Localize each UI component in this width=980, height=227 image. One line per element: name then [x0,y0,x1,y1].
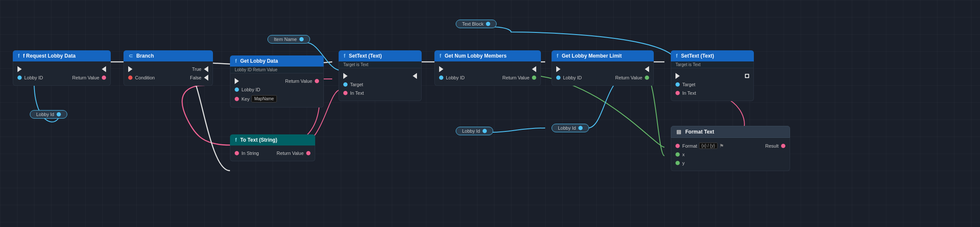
exec-in-pin[interactable] [17,66,22,72]
st1-intext-label: In Text [350,90,364,96]
format-label: Format [682,143,697,148]
st2-target-label: Target [682,82,695,87]
lobby-id-pill-pin-1[interactable] [57,112,61,116]
text-block-pin[interactable] [486,22,490,26]
gll-return-pin[interactable] [645,76,649,80]
exec-out-pin[interactable] [102,66,106,72]
lobby-id-in-pin[interactable] [17,76,22,80]
st1-body: Target In Text [339,68,422,101]
st1-intext-pin[interactable] [343,91,348,95]
lobby-id-pill-pin-3[interactable] [578,126,583,130]
x-pin[interactable] [675,152,680,157]
st2-intext-label: In Text [682,90,696,96]
lobby-id-label: Lobby ID [24,75,43,80]
get-lobby-data-title: Get Lobby Data [240,58,278,64]
to-text-header: f To Text (String) [230,134,315,146]
gll-exec-in[interactable] [556,66,560,72]
branch-title: Branch [136,53,154,59]
in-string-label: In String [241,151,259,156]
gnlm-lobby-id-pin[interactable] [439,76,443,80]
gnlm-exec-in[interactable] [439,66,443,72]
st1-exec-in[interactable] [343,73,348,79]
glb-key-input[interactable]: MapName [251,95,277,102]
false-pin[interactable] [204,75,208,81]
text-block-pill: Text Block [456,20,497,28]
node-body: Lobby ID Return Value [13,61,111,86]
format-text-icon: ▤ [676,129,681,135]
branch-body: True Condition False [124,61,213,86]
gnlm-title: Get Num Lobby Members [445,53,506,59]
exec-row [13,65,110,73]
to-text-title: To Text (String) [240,137,277,143]
gnlm-return-label: Return Value [503,75,529,80]
set-text-1-header: f SetText (Text) [339,50,422,61]
gll-icon: f [557,53,558,59]
glb-lobby-id-pin[interactable] [235,87,239,92]
st2-intext-pin[interactable] [675,91,680,95]
st2-body: Target In Text [671,68,754,101]
to-text-return-pin[interactable] [306,151,310,155]
condition-pin[interactable] [128,76,132,80]
y-pin[interactable] [675,161,680,165]
request-lobby-data-node: f f Request Lobby Data Lobby ID Return V… [13,50,111,86]
node-title: f Request Lobby Data [23,53,75,59]
glb-lobby-id-label: Lobby ID [241,87,260,92]
format-value[interactable]: {x} / {y} [699,143,718,149]
get-lobby-data-header: f Get Lobby Data [230,55,324,67]
st1-subtitle: Target is Text [339,61,422,68]
to-text-string-node: f To Text (String) In String Return Valu… [230,134,315,161]
st2-subtitle: Target is Text [671,61,754,68]
flag-icon: ⚑ [719,143,724,149]
condition-label: Condition [135,75,155,80]
lobby-id-pill-pin-2[interactable] [483,129,487,133]
gnlm-return-pin[interactable] [532,76,536,80]
st1-title: SetText (Text) [349,53,382,59]
glb-return-pin[interactable] [315,79,319,83]
glb-return-label: Return Value [285,79,312,84]
blueprint-canvas[interactable]: f f Request Lobby Data Lobby ID Return V… [0,0,980,227]
lobby-id-pill-3: Lobby Id [552,124,589,132]
st2-exec-out[interactable] [745,74,749,78]
func-icon: f [235,58,237,64]
branch-header: ⊂ Branch [124,50,213,61]
st2-func-icon: f [676,53,678,59]
st2-target-pin[interactable] [675,82,680,87]
branch-icon: ⊂ [129,53,133,59]
lobby-id-pill-1: Lobby Id [30,110,67,119]
gnlm-exec-out[interactable] [532,66,536,72]
true-pin[interactable] [204,66,208,72]
true-label: True [192,67,201,72]
format-text-node: ▤ Format Text Format {x} / {y} ⚑ Result [671,126,790,171]
lobby-id-pill-label-3: Lobby Id [558,125,576,131]
gnlm-icon: f [440,53,441,59]
st1-target-label: Target [350,82,363,87]
return-value-pin[interactable] [102,76,106,80]
gll-header: f Get Lobby Member Limit [552,50,654,61]
item-name-label: Item Name [274,37,297,42]
get-num-lobby-members-node: f Get Num Lobby Members Lobby ID Return … [434,50,541,86]
to-text-body: In String Return Value [230,146,315,161]
st1-target-pin[interactable] [343,82,348,87]
y-label: y [682,160,685,166]
gll-title: Get Lobby Member Limit [562,53,622,59]
in-string-pin[interactable] [235,151,239,155]
item-name-pin[interactable] [299,37,304,41]
lobby-id-pill-label-2: Lobby Id [462,128,480,134]
glb-exec-in[interactable] [235,78,239,84]
connections-svg [0,0,980,227]
set-text-1-node: f SetText (Text) Target is Text Target [339,50,422,101]
gll-exec-out[interactable] [645,66,649,72]
lobby-id-pill-label-1: Lobby Id [36,112,54,117]
return-value-label: Return Value [72,75,99,80]
result-label: Result [765,143,779,148]
result-pin[interactable] [781,144,785,148]
format-pin[interactable] [675,144,680,148]
branch-exec-in[interactable] [128,66,132,72]
st2-exec-in[interactable] [675,73,680,79]
glb-key-pin[interactable] [235,97,239,101]
gll-lobby-id-label: Lobby ID [563,75,582,80]
item-name-pill: Item Name [267,35,310,44]
request-lobby-data-header: f f Request Lobby Data [13,50,111,61]
st1-exec-out[interactable] [413,73,417,79]
gll-lobby-id-pin[interactable] [556,76,560,80]
